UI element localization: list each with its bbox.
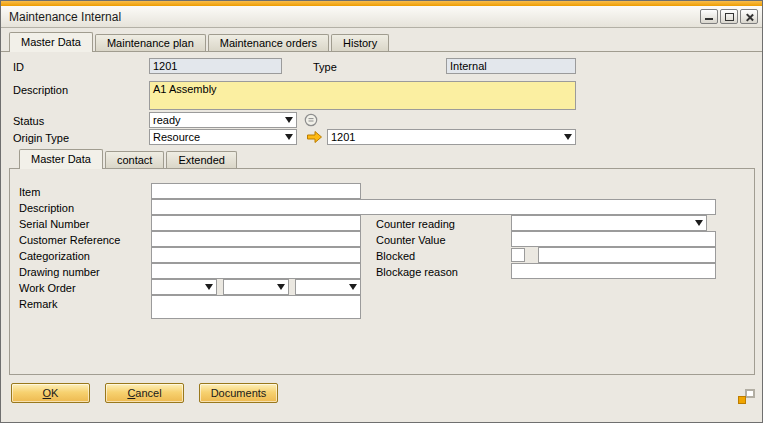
window-controls	[700, 9, 758, 24]
ok-button[interactable]: OK	[11, 383, 90, 403]
description-field[interactable]: A1 Assembly	[149, 81, 576, 110]
type-label: Type	[313, 61, 337, 73]
cancel-button-rest: ancel	[135, 387, 161, 399]
id-field[interactable]	[149, 58, 282, 74]
detail-description-field[interactable]	[151, 199, 716, 215]
blockage-reason-label: Blockage reason	[376, 266, 458, 278]
status-combo[interactable]: ready	[149, 112, 297, 128]
chevron-down-icon[interactable]	[564, 134, 572, 144]
tab-master-data[interactable]: Master Data	[9, 32, 93, 52]
serial-number-field[interactable]	[151, 215, 361, 231]
maximize-icon	[725, 13, 734, 21]
blocked-field[interactable]	[538, 247, 716, 263]
maintenance-internal-window: Maintenance Internal Master Data Mainten…	[0, 0, 763, 423]
drawing-number-field[interactable]	[151, 263, 361, 279]
titlebar[interactable]: Maintenance Internal	[1, 6, 762, 28]
remark-label: Remark	[19, 298, 58, 310]
work-order-combo-2[interactable]	[223, 279, 289, 295]
form-resize-icon[interactable]	[738, 389, 755, 404]
categorization-field[interactable]	[151, 247, 361, 263]
chevron-down-icon[interactable]	[277, 284, 285, 294]
chevron-down-icon[interactable]	[285, 134, 293, 144]
chevron-down-icon[interactable]	[205, 284, 213, 294]
work-order-combo-3[interactable]	[295, 279, 361, 295]
remark-field[interactable]	[151, 295, 361, 319]
origin-ref-value: 1201	[331, 131, 355, 143]
origin-type-combo[interactable]: Resource	[149, 129, 297, 145]
chevron-down-icon[interactable]	[695, 220, 703, 230]
item-field[interactable]	[151, 183, 361, 199]
form-resize-outline	[745, 389, 755, 398]
minimize-button[interactable]	[700, 9, 718, 24]
ok-button-accel: O	[43, 387, 52, 399]
inner-tab-master-data[interactable]: Master Data	[19, 149, 103, 169]
minimize-icon	[705, 18, 713, 20]
window-title: Maintenance Internal	[9, 10, 121, 24]
description-label: Description	[13, 84, 68, 96]
counter-reading-label: Counter reading	[376, 218, 455, 230]
close-button[interactable]	[740, 9, 758, 24]
serial-number-label: Serial Number	[19, 218, 89, 230]
customer-reference-label: Customer Reference	[19, 234, 121, 246]
counter-value-label: Counter Value	[376, 234, 446, 246]
drawing-number-label: Drawing number	[19, 266, 100, 278]
cancel-button[interactable]: Cancel	[105, 383, 184, 403]
categorization-label: Categorization	[19, 250, 90, 262]
tab-maintenance-plan[interactable]: Maintenance plan	[95, 34, 206, 51]
blocked-checkbox[interactable]	[511, 248, 525, 262]
status-value: ready	[153, 114, 181, 126]
origin-ref-combo[interactable]: 1201	[327, 129, 576, 145]
blocked-label: Blocked	[376, 250, 415, 262]
ok-button-rest: K	[51, 387, 58, 399]
customer-reference-field[interactable]	[151, 231, 361, 247]
origin-type-label: Origin Type	[13, 132, 69, 144]
item-label: Item	[19, 186, 40, 198]
id-label: ID	[13, 61, 24, 73]
counter-reading-combo[interactable]	[511, 215, 707, 231]
description-value: A1 Assembly	[153, 83, 217, 95]
tab-maintenance-orders[interactable]: Maintenance orders	[208, 34, 329, 51]
inner-tab-contact[interactable]: contact	[105, 151, 164, 168]
inner-tabstrip: Master Data contact Extended	[19, 149, 237, 169]
tab-history[interactable]: History	[331, 34, 389, 51]
form-resize-square	[738, 396, 746, 404]
maximize-button[interactable]	[720, 9, 738, 24]
chevron-down-icon[interactable]	[285, 117, 293, 127]
type-field[interactable]	[446, 58, 576, 74]
documents-button[interactable]: Documents	[199, 383, 278, 403]
work-order-combo-1[interactable]	[151, 279, 217, 295]
detail-description-label: Description	[19, 202, 74, 214]
top-tabstrip: Master Data Maintenance plan Maintenance…	[9, 32, 389, 52]
origin-type-value: Resource	[153, 131, 200, 143]
blockage-reason-field[interactable]	[511, 263, 716, 279]
counter-value-field[interactable]	[511, 231, 716, 247]
close-icon	[741, 10, 757, 23]
work-order-label: Work Order	[19, 282, 76, 294]
status-label: Status	[13, 115, 44, 127]
inner-tab-extended[interactable]: Extended	[166, 151, 236, 168]
link-arrow-icon[interactable]	[306, 130, 323, 144]
chevron-down-icon[interactable]	[349, 284, 357, 294]
status-options-icon[interactable]	[304, 113, 318, 127]
